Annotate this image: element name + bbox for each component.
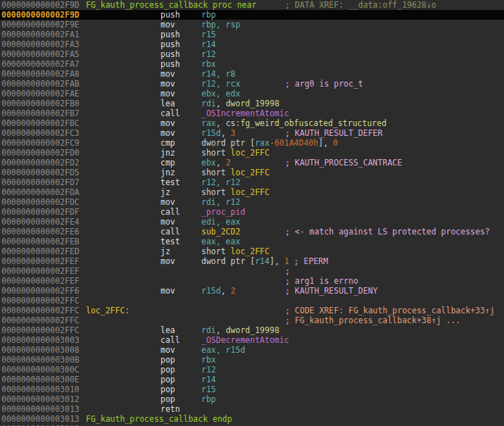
address: 0000000000002FFC — [1, 325, 80, 335]
code-label-ref[interactable]: loc_2FFC: — [86, 306, 130, 315]
asm-line[interactable]: 0000000000002FFC; FG_kauth_process_callb… — [0, 315, 504, 325]
number-operand: 2 — [231, 286, 236, 296]
asm-line[interactable]: 0000000000002FA1pushr15 — [0, 30, 504, 39]
data-name-ref[interactable]: fg_weird_obfuscated_structured — [240, 118, 386, 128]
asm-line[interactable]: 0000000000002FABmovr12, rcx; arg0 is pro… — [0, 79, 504, 89]
operands: short loc_2FFC — [201, 187, 270, 197]
comment-column: ; KAUTH_PROCESS_CANTRACE — [285, 158, 402, 168]
asm-line[interactable]: 0000000000002FD0jnzshort loc_2FFC — [0, 148, 504, 158]
asm-line[interactable]: 0000000000002FC9cmpdword ptr [rax-601A4D… — [0, 138, 504, 148]
asm-line[interactable]: 0000000000002FD2cmpebx, 2; KAUTH_PROCESS… — [0, 158, 504, 168]
asm-line[interactable]: 0000000000002FEF; arg1 is errno — [0, 276, 504, 286]
mnemonic: test — [160, 177, 180, 187]
address: 0000000000002FDC — [1, 197, 80, 207]
disassembly-listing[interactable]: 0000000000002F9DFG_kauth_process_callbac… — [0, 0, 504, 426]
mnemonic: cmp — [160, 138, 175, 148]
asm-line[interactable]: 000000000000300Bpoprbx — [0, 355, 504, 365]
asm-line[interactable]: 0000000000002FB7call_OSIncrementAtomic — [0, 108, 504, 118]
import-name-ref[interactable]: _OSDecrementAtomic — [201, 335, 289, 345]
asm-line[interactable]: 0000000000002F9Emovrbp, rsp — [0, 20, 504, 30]
operands: rbp, rsp — [201, 20, 240, 30]
mnemonic: mov — [160, 256, 175, 266]
address: 0000000000002FD7 — [1, 177, 80, 187]
ida-disassembly-window: { "view": { "kind": "disassembly-listing… — [0, 0, 504, 426]
asm-line[interactable]: 0000000000002FDFcall_proc_pid — [0, 207, 504, 217]
asm-line[interactable]: 0000000000003013retn — [0, 404, 504, 414]
operands: edi, eax — [201, 217, 240, 227]
data-name-ref[interactable]: dword_19998 — [226, 99, 279, 108]
asm-line[interactable]: 0000000000002FBCmovrax, cs:fg_weird_obfu… — [0, 118, 504, 128]
register-operand: r12, r12 — [201, 177, 240, 187]
operands: _proc_pid — [201, 207, 245, 217]
asm-line[interactable]: 0000000000002FA8movr14, r8 — [0, 69, 504, 79]
code-label-ref[interactable]: loc_2FFC — [231, 168, 270, 177]
mnemonic: cmp — [160, 158, 175, 168]
asm-line[interactable]: 0000000000003012poprbp — [0, 394, 504, 404]
asm-line[interactable]: 0000000000002FEFmovdword ptr [r14], 1 ; … — [0, 256, 504, 266]
asm-line[interactable]: 0000000000002FFCleardi, dword_19998 — [0, 325, 504, 335]
mnemonic: mov — [160, 118, 175, 128]
asm-line[interactable]: 0000000000002FF6movr15d, 2; KAUTH_RESULT… — [0, 286, 504, 296]
asm-line[interactable]: 0000000000003013FG_kauth_process_callbac… — [0, 414, 504, 424]
token: ], — [270, 256, 284, 266]
comment-column: ; CODE XREF: FG_kauth_process_callback+3… — [285, 306, 495, 315]
asm-line[interactable]: 0000000000002FEF; — [0, 266, 504, 276]
asm-line[interactable]: 0000000000002FE6callsub_2CD2; <- match a… — [0, 227, 504, 237]
address: 0000000000003013 — [1, 404, 80, 414]
asm-line[interactable]: 0000000000002FD5jnzshort loc_2FFC — [0, 168, 504, 177]
mnemonic: push — [160, 10, 180, 20]
asm-line[interactable]: 000000000000300Cpopr12 — [0, 365, 504, 375]
address: 0000000000002FA5 — [1, 49, 80, 59]
asm-line[interactable]: 0000000000002F9DFG_kauth_process_callbac… — [0, 0, 504, 10]
register-operand: rdi — [201, 325, 216, 335]
asm-line[interactable]: 0000000000002FFC — [0, 296, 504, 306]
mnemonic: mov — [160, 286, 175, 296]
register-operand: ebx — [201, 158, 216, 168]
code-label-ref[interactable]: loc_2FFC — [231, 187, 270, 197]
mnemonic: mov — [160, 89, 175, 99]
code-label-ref[interactable]: sub_2CD2 — [201, 227, 240, 237]
asm-line[interactable]: 0000000000002FE4movedi, eax — [0, 217, 504, 227]
mnemonic: mov — [160, 20, 175, 30]
asm-line[interactable]: 0000000000002FEDjzshort loc_2FFC — [0, 246, 504, 256]
comment-column: ; KAUTH_RESULT_DENY — [285, 286, 378, 296]
comment-column: ; arg0 is proc_t — [285, 79, 363, 89]
code-label-ref[interactable]: loc_2FFC — [231, 246, 270, 256]
asm-line[interactable]: 0000000000002FA3pushr14 — [0, 39, 504, 49]
address: 0000000000002F9E — [1, 20, 80, 30]
operands: eax, r15d — [201, 345, 245, 355]
comment-column: ; arg1 is errno — [285, 276, 358, 286]
asm-line[interactable]: 0000000000002FEBtesteax, eax — [0, 237, 504, 246]
function-label[interactable]: FG_kauth_process_callback endp — [86, 414, 232, 424]
token: , — [216, 99, 226, 108]
comment-text: ; EPERM — [294, 256, 328, 266]
asm-line[interactable]: 0000000000002FA5pushr12 — [0, 49, 504, 59]
asm-line[interactable]: 0000000000002FB0leardi, dword_19998 — [0, 99, 504, 108]
address: 0000000000002FA1 — [1, 30, 80, 39]
address: 0000000000002FA3 — [1, 39, 80, 49]
label-column: loc_2FFC: — [86, 306, 130, 315]
asm-line[interactable]: 0000000000002FAEmovebx, edx — [0, 89, 504, 99]
operands: r14, r8 — [201, 69, 235, 79]
asm-line[interactable]: 0000000000002FD7testr12, r12 — [0, 177, 504, 187]
asm-line[interactable]: 0000000000002FFCloc_2FFC:; CODE XREF: FG… — [0, 306, 504, 315]
code-label-ref[interactable]: loc_2FFC — [231, 148, 270, 158]
current-asm-line[interactable]: 0000000000002F9Dpushrbp — [0, 10, 504, 20]
data-name-ref[interactable]: dword_19998 — [226, 325, 279, 335]
asm-line[interactable]: 0000000000002FA7pushrbx — [0, 59, 504, 69]
asm-line[interactable]: 000000000000300Epopr14 — [0, 375, 504, 384]
operands: rbx — [201, 59, 216, 69]
mnemonic: test — [160, 237, 180, 246]
asm-line[interactable]: 0000000000003008moveax, r15d — [0, 345, 504, 355]
import-name-ref[interactable]: _OSIncrementAtomic — [201, 108, 289, 118]
import-name-ref[interactable]: _proc_pid — [201, 207, 245, 217]
asm-line[interactable]: 0000000000002FC3movr15d, 3; KAUTH_RESULT… — [0, 128, 504, 138]
comment-text: ; arg1 is errno — [285, 276, 358, 286]
asm-line[interactable]: 0000000000003003call_OSDecrementAtomic — [0, 335, 504, 345]
asm-line[interactable]: 0000000000002FDAjzshort loc_2FFC — [0, 187, 504, 197]
asm-line[interactable]: 0000000000002FDCmovrdi, r12 — [0, 197, 504, 207]
mnemonic: pop — [160, 355, 175, 365]
address: 0000000000002FAE — [1, 89, 80, 99]
asm-line[interactable]: 0000000000003010popr15 — [0, 384, 504, 394]
function-label[interactable]: FG_kauth_process_callback proc near — [86, 0, 256, 10]
